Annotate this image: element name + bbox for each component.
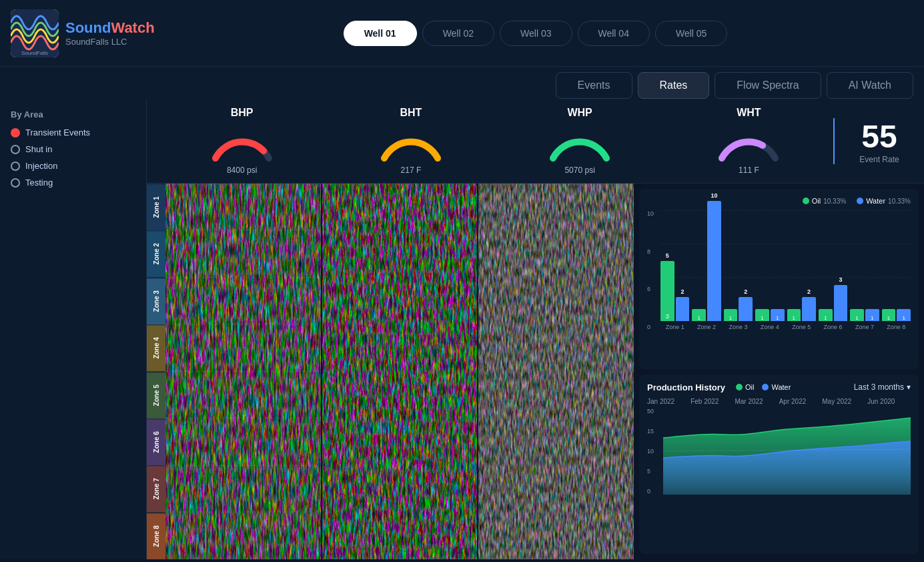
prod-oil-dot <box>736 384 743 390</box>
chevron-down-icon: ▾ <box>907 382 911 392</box>
production-history: Production History Oil Water <box>639 374 919 555</box>
zone-label-5: Zone 5 <box>147 372 165 418</box>
tab-events[interactable]: Events <box>556 72 632 99</box>
bar-zone-1: 5 3 2 <box>660 261 689 330</box>
well-tab-01[interactable]: Well 01 <box>344 21 417 46</box>
bhp-value: 8400 psi <box>227 166 257 175</box>
tab-flow-spectra[interactable]: Flow Spectra <box>715 72 821 99</box>
main-content: By Area Transient Events Shut in Injecti… <box>0 99 924 559</box>
lower-section: Zone 1 Zone 2 Zone 3 Zone 4 Zone 5 Zone … <box>147 184 924 559</box>
bar-zone-5: 1 2 Zone 5 <box>787 297 816 330</box>
area-chart: 50 15 10 5 0 <box>647 408 911 495</box>
tab-rates[interactable]: Rates <box>638 72 710 99</box>
event-rate-label: Event Rate <box>859 155 899 164</box>
legend-oil: Oil 10.33% <box>803 197 846 205</box>
oil-legend-dot <box>803 198 809 204</box>
area-chart-svg <box>663 408 911 495</box>
gauge-wht: WHT 111 F <box>664 107 833 175</box>
bar-chart-container: Oil 10.33% Water 10.33% 10 <box>639 189 919 369</box>
svg-rect-11 <box>478 184 634 559</box>
prod-legend-oil: Oil <box>736 383 754 391</box>
sidebar-item-shutin[interactable]: Shut in <box>11 144 135 154</box>
legend-water: Water 10.33% <box>857 197 911 205</box>
zone-label-1: Zone 1 <box>147 184 165 230</box>
right-content: BHP 8400 psi BHT 217 F WHP <box>147 99 924 559</box>
bar-zone-6: 1 3 Zone 6 <box>819 285 847 330</box>
svg-text:SoundFalls: SoundFalls <box>21 50 48 56</box>
injection-dot <box>11 162 20 171</box>
spectra-panel-2 <box>322 184 478 559</box>
zone-label-6: Zone 6 <box>147 418 165 465</box>
app-subtitle: SoundFalls LLC <box>65 37 155 47</box>
bar-zone-3: 1 2 Zone 3 <box>724 297 753 330</box>
zone-label-2: Zone 2 <box>147 230 165 277</box>
wht-value: 111 F <box>739 166 759 175</box>
bht-label: BHT <box>400 107 422 119</box>
zone-label-3: Zone 3 <box>147 278 165 324</box>
header: SoundFalls SoundWatch SoundFalls LLC Wel… <box>0 0 924 67</box>
bar-chart-legend: Oil 10.33% Water 10.33% <box>647 197 911 205</box>
bar-zone-4: 1 1 Zon <box>755 309 784 330</box>
prod-water-dot <box>762 384 769 390</box>
gauge-bhp: BHP 8400 psi <box>157 107 326 175</box>
time-selector[interactable]: Last 3 months ▾ <box>854 382 911 392</box>
well-tab-04[interactable]: Well 04 <box>578 21 650 46</box>
zone-label-8: Zone 8 <box>147 513 165 559</box>
water-legend-dot <box>857 198 863 204</box>
gauges-panel: BHP 8400 psi BHT 217 F WHP <box>147 99 924 184</box>
whp-value: 5070 psi <box>564 166 594 175</box>
gauge-whp: WHP 5070 psi <box>496 107 664 175</box>
spectra-panel-3 <box>478 184 634 559</box>
well-tabs: Well 01 Well 02 Well 03 Well 04 Well 05 <box>157 21 913 46</box>
logo-area: SoundFalls SoundWatch SoundFalls LLC <box>11 9 157 57</box>
bhp-label: BHP <box>231 107 254 119</box>
whp-label: WHP <box>567 107 592 119</box>
bht-value: 217 F <box>401 166 422 175</box>
sidebar: By Area Transient Events Shut in Injecti… <box>0 99 147 559</box>
wht-label: WHT <box>737 107 761 119</box>
sidebar-item-testing[interactable]: Testing <box>11 178 135 188</box>
bar-zone-8: 1 1 Zon <box>882 309 911 330</box>
shutin-dot <box>11 145 20 154</box>
transient-dot <box>11 128 20 137</box>
sub-tabs-row: Events Rates Flow Spectra AI Watch <box>0 67 924 99</box>
prod-header: Production History Oil Water <box>647 382 911 392</box>
whp-gauge-svg <box>546 121 613 162</box>
app-title: SoundWatch <box>65 19 155 37</box>
well-tab-02[interactable]: Well 02 <box>422 21 494 46</box>
spectra-images <box>165 184 634 559</box>
prod-legend: Oil Water <box>736 383 791 391</box>
bar-zone-7: 1 1 Zon <box>850 309 879 330</box>
wht-gauge-svg <box>715 121 782 162</box>
spectra-panel-1 <box>165 184 321 559</box>
prod-legend-water: Water <box>762 383 791 391</box>
zone-label-7: Zone 7 <box>147 465 165 512</box>
charts-area: Oil 10.33% Water 10.33% 10 <box>634 184 924 559</box>
prod-title: Production History <box>647 382 725 392</box>
zone-label-4: Zone 4 <box>147 324 165 371</box>
bht-gauge-svg <box>378 121 444 162</box>
app-logo: SoundFalls <box>11 9 59 57</box>
spectra-area: Zone 1 Zone 2 Zone 3 Zone 4 Zone 5 Zone … <box>147 184 634 559</box>
event-rate-box: 55 Event Rate <box>833 118 913 164</box>
gauge-bht: BHT 217 F <box>326 107 495 175</box>
sidebar-title: By Area <box>11 109 135 119</box>
zone-labels: Zone 1 Zone 2 Zone 3 Zone 4 Zone 5 Zone … <box>147 184 165 559</box>
tab-ai-watch[interactable]: AI Watch <box>827 72 913 99</box>
svg-rect-10 <box>322 184 478 559</box>
well-tab-05[interactable]: Well 05 <box>655 21 727 46</box>
well-tab-03[interactable]: Well 03 <box>500 21 572 46</box>
event-rate-number: 55 <box>861 118 897 155</box>
month-labels: Jan 2022 Feb 2022 Mar 2022 Apr 2022 May … <box>647 398 911 405</box>
sidebar-item-transient[interactable]: Transient Events <box>11 127 135 137</box>
logo-text: SoundWatch SoundFalls LLC <box>65 19 155 47</box>
bhp-gauge-svg <box>209 121 276 162</box>
testing-dot <box>11 178 20 188</box>
sidebar-item-injection[interactable]: Injection <box>11 161 135 171</box>
